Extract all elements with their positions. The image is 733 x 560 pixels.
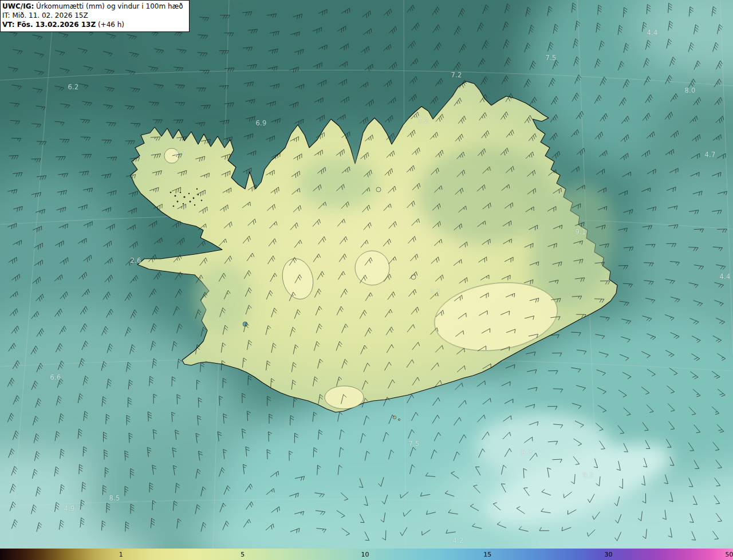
title-line-valid: VT: Fös. 13.02.2026 13Z (+46 h) — [2, 20, 183, 29]
colorbar-tick-label: 50 — [726, 551, 733, 558]
weather-map-page: 6.27.27.54.48.06.97.22.74.72.69.14.41.16… — [0, 0, 733, 560]
precipitation-wind-map — [0, 0, 733, 549]
valid-time: VT: Fös. 13.02.2026 13Z — [2, 21, 96, 29]
colorbar-tick-label: 10 — [361, 551, 369, 558]
init-time: IT: Mið. 11. 02. 2026 15Z — [2, 11, 88, 19]
product-code: UWC/IG: — [2, 2, 34, 10]
map-title-box: UWC/IG: Úrkomumætti (mm) og vindur i 100… — [0, 0, 190, 32]
colorbar-ticks: 1510153050 — [0, 549, 733, 560]
colorbar: 1510153050 — [0, 549, 733, 560]
title-line-product: UWC/IG: Úrkomumætti (mm) og vindur i 100… — [2, 2, 183, 11]
valid-offset: (+46 h) — [96, 21, 124, 29]
colorbar-tick-label: 1 — [119, 551, 123, 558]
title-line-init: IT: Mið. 11. 02. 2026 15Z — [2, 11, 183, 20]
product-title: Úrkomumætti (mm) og vindur i 100m hæð — [34, 2, 183, 10]
colorbar-tick-label: 30 — [604, 551, 612, 558]
map-canvas: 6.27.27.54.48.06.97.22.74.72.69.14.41.16… — [0, 0, 733, 549]
colorbar-tick-label: 15 — [483, 551, 491, 558]
colorbar-tick-label: 5 — [241, 551, 245, 558]
